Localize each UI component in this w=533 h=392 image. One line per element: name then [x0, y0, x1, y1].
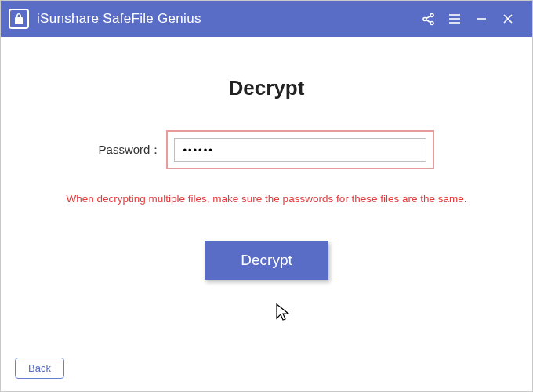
password-label: Password： — [99, 143, 162, 158]
svg-point-2 — [430, 21, 433, 24]
app-title: iSunshare SafeFile Genius — [37, 11, 201, 27]
page-title: Decrypt — [32, 76, 501, 100]
back-button[interactable]: Back — [15, 358, 64, 379]
password-input[interactable] — [174, 138, 426, 162]
decrypt-button[interactable]: Decrypt — [205, 241, 328, 280]
password-highlight-box — [166, 130, 434, 169]
main-content: Decrypt Password： When decrypting multip… — [1, 37, 532, 280]
close-icon[interactable] — [495, 1, 521, 37]
svg-line-3 — [426, 16, 430, 18]
app-window: iSunshare SafeFile Genius Decrypt Passwo… — [0, 0, 533, 392]
cursor-icon — [275, 303, 292, 323]
svg-line-4 — [426, 20, 430, 22]
svg-point-0 — [430, 13, 433, 16]
svg-point-1 — [423, 17, 426, 20]
warning-text: When decrypting multiple files, make sur… — [32, 193, 501, 205]
minimize-icon[interactable] — [468, 1, 495, 37]
password-row: Password： — [32, 130, 501, 169]
menu-icon[interactable] — [441, 1, 468, 37]
app-lock-icon — [9, 9, 29, 29]
share-icon[interactable] — [415, 1, 441, 37]
titlebar: iSunshare SafeFile Genius — [1, 1, 532, 37]
